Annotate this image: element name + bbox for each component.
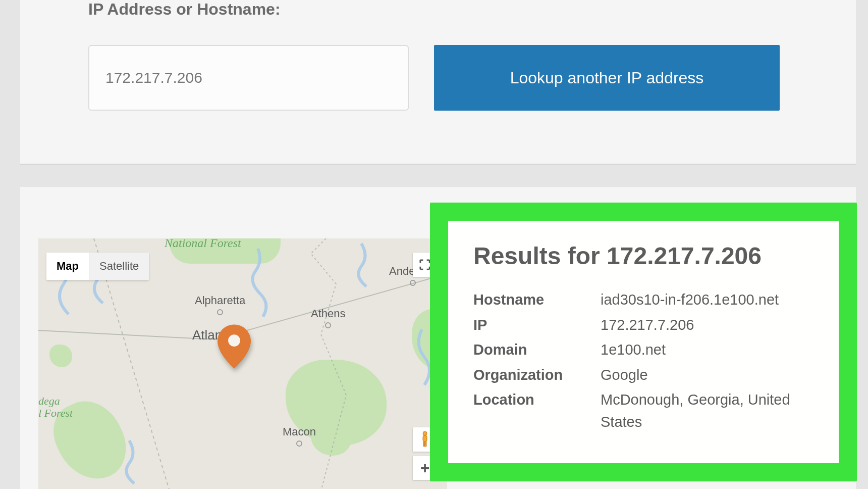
map-pin-icon bbox=[218, 324, 251, 369]
results-row: Hostnameiad30s10-in-f206.1e100.net bbox=[473, 289, 813, 311]
svg-rect-3 bbox=[423, 442, 425, 447]
results-row: OrganizationGoogle bbox=[473, 364, 813, 386]
map-label-national-forest: National Forest bbox=[165, 238, 241, 250]
map-type-control: Map Satellite bbox=[46, 253, 149, 280]
plus-icon: + bbox=[420, 459, 430, 477]
results-key: Domain bbox=[473, 339, 601, 361]
map-type-map-button[interactable]: Map bbox=[46, 253, 89, 280]
results-value: McDonough, Georgia, United States bbox=[601, 389, 813, 433]
pegman-icon bbox=[419, 431, 431, 448]
results-highlight: Results for 172.217.7.206 Hostnameiad30s… bbox=[430, 203, 857, 481]
fullscreen-icon bbox=[419, 259, 430, 270]
result-area: National Forest dega l Forest Alpharetta… bbox=[20, 187, 856, 489]
results-key: Organization bbox=[473, 364, 601, 386]
results-value: 172.217.7.206 bbox=[601, 314, 813, 336]
svg-point-0 bbox=[228, 334, 240, 347]
results-value: Google bbox=[601, 364, 813, 386]
map-label-talladega: dega l Forest bbox=[38, 395, 73, 419]
svg-point-1 bbox=[423, 431, 427, 435]
results-row: LocationMcDonough, Georgia, United State… bbox=[473, 389, 813, 433]
form-row: Lookup another IP address bbox=[88, 45, 788, 111]
results-table: Hostnameiad30s10-in-f206.1e100.netIP172.… bbox=[473, 289, 813, 433]
results-value: 1e100.net bbox=[601, 339, 813, 361]
lookup-form-panel: IP Address or Hostname: Lookup another I… bbox=[20, 0, 856, 165]
results-card: Results for 172.217.7.206 Hostnameiad30s… bbox=[448, 221, 839, 463]
map-label-text: l Forest bbox=[38, 407, 73, 419]
form-label: IP Address or Hostname: bbox=[88, 0, 788, 19]
results-row: Domain1e100.net bbox=[473, 339, 813, 361]
lookup-button[interactable]: Lookup another IP address bbox=[434, 45, 780, 111]
results-title: Results for 172.217.7.206 bbox=[473, 242, 813, 270]
map-city-alpharetta: Alpharetta bbox=[195, 294, 245, 315]
ip-input[interactable] bbox=[88, 45, 409, 111]
map-city-macon: Macon bbox=[283, 425, 316, 447]
results-row: IP172.217.7.206 bbox=[473, 314, 813, 336]
svg-rect-2 bbox=[423, 435, 427, 442]
map-label-text: dega bbox=[38, 395, 60, 407]
results-key: Hostname bbox=[473, 289, 601, 311]
map[interactable]: National Forest dega l Forest Alpharetta… bbox=[38, 238, 447, 489]
results-key: IP bbox=[473, 314, 601, 336]
results-value: iad30s10-in-f206.1e100.net bbox=[601, 289, 813, 311]
map-type-satellite-button[interactable]: Satellite bbox=[89, 253, 149, 280]
results-key: Location bbox=[473, 389, 601, 433]
svg-rect-4 bbox=[425, 442, 427, 447]
map-city-athens: Athens bbox=[311, 307, 346, 328]
